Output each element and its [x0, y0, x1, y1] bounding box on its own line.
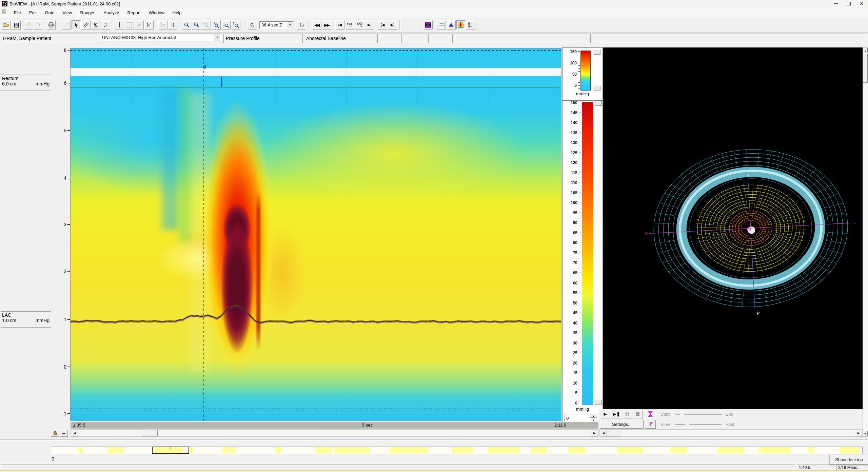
scale-max-handle[interactable] — [594, 101, 602, 106]
video-view-button[interactable] — [423, 20, 433, 29]
speed-slider[interactable] — [675, 424, 722, 425]
next-event-button[interactable]: ▶i — [365, 20, 374, 29]
settings-button[interactable]: Settings... — [600, 420, 644, 429]
menu-item-report[interactable]: Report — [123, 9, 145, 17]
measurement-segment[interactable] — [334, 447, 370, 453]
measure-tool-button[interactable] — [81, 20, 91, 29]
speed-slider-thumb[interactable] — [685, 421, 689, 428]
measurement-segment[interactable] — [452, 447, 473, 453]
measurement-segment[interactable] — [390, 447, 428, 453]
view-window-rect[interactable] — [152, 447, 189, 454]
scroll-left-button[interactable]: ◀ — [71, 430, 78, 436]
measurement-segment[interactable] — [758, 447, 790, 453]
hourglass-icon-button[interactable] — [645, 410, 656, 418]
measurement-segment[interactable] — [488, 447, 520, 453]
scroll-thumb[interactable] — [142, 430, 158, 436]
interval-measure-button[interactable] — [144, 20, 154, 29]
measurement-segment[interactable] — [531, 447, 547, 453]
menu-item-window[interactable]: Window — [145, 9, 169, 17]
measurement-segment[interactable] — [316, 447, 332, 453]
measurement-segment[interactable] — [568, 447, 585, 453]
measurement-segment[interactable] — [222, 447, 236, 453]
review-marks-button[interactable] — [345, 20, 354, 29]
marker-nav-button[interactable]: ◂▸ — [60, 429, 68, 437]
scroll-up-button[interactable]: ▲ — [863, 48, 868, 53]
protocol-dropdown[interactable]: UNI-ANO-M0138: High Res Anorectal ▼ — [100, 34, 222, 41]
lock-icon-button[interactable] — [51, 429, 59, 437]
panel3d-h-scrollbar[interactable]: ◀ ▶ — [599, 429, 863, 437]
chevron-down-icon[interactable]: ▼ — [287, 22, 293, 28]
measurement-segment[interactable] — [108, 447, 124, 453]
menu-item-edit[interactable]: Edit — [25, 9, 41, 17]
menu-item-view[interactable]: View — [59, 9, 76, 17]
scroll-thumb[interactable] — [608, 430, 621, 436]
vertical-marker-button[interactable] — [115, 20, 124, 29]
measurement-segment[interactable] — [808, 447, 814, 453]
range-end-button[interactable]: ▶] — [388, 20, 397, 29]
maximize-button[interactable] — [842, 0, 855, 7]
zoom-100-button[interactable] — [192, 20, 201, 29]
print-button[interactable] — [46, 20, 56, 29]
scroll-right-button[interactable]: ▶ — [591, 430, 598, 436]
zoom-undo-button[interactable] — [202, 20, 211, 29]
scale-lock-button[interactable] — [158, 20, 167, 29]
scroll-down-button[interactable]: ▼ — [863, 431, 868, 436]
time-scale-dropdown[interactable]: 36.4 sec Z ▼ — [259, 21, 293, 29]
range-start-button[interactable]: [◀ — [378, 20, 387, 29]
review-goto-button[interactable] — [355, 20, 364, 29]
position-slider-thumb[interactable] — [680, 411, 684, 418]
scale-adjust-button[interactable] — [168, 20, 177, 29]
region-select-button[interactable] — [125, 20, 134, 29]
redo-button[interactable]: ↷ — [34, 20, 43, 29]
layout-view-button[interactable] — [466, 20, 475, 29]
zoom-vertical-button[interactable] — [221, 20, 231, 29]
pressure-contour-plot[interactable]: Sq — [71, 48, 561, 421]
measurement-track-bar[interactable] — [51, 447, 863, 454]
measurement-segment[interactable] — [78, 447, 82, 453]
v-scrollbar[interactable]: ▲ ▼ — [863, 47, 868, 437]
rewind-button[interactable]: ◀◀ — [312, 20, 321, 29]
save-button[interactable] — [12, 20, 21, 29]
spin-up-button[interactable]: ▲ — [590, 414, 597, 418]
measurement-segment[interactable] — [670, 447, 687, 453]
play-to-end-button[interactable]: ▶▐ — [611, 410, 621, 418]
measurement-segment[interactable] — [840, 447, 860, 453]
undo-button[interactable]: ↶ — [24, 20, 33, 29]
zoom-horizontal-button[interactable] — [212, 20, 221, 29]
play-button[interactable]: ▶ — [600, 410, 610, 418]
measurement-segment[interactable] — [276, 447, 282, 453]
zoom-button[interactable] — [182, 20, 191, 29]
trends-view-button[interactable] — [437, 20, 446, 29]
measurement-segment[interactable] — [617, 447, 643, 453]
measurement-segment[interactable] — [717, 447, 745, 453]
menu-item-goto[interactable]: Goto — [41, 9, 58, 17]
reset-view-button[interactable] — [247, 20, 256, 29]
scale-min-input[interactable]: 0 — [565, 414, 589, 422]
zoom-region-button[interactable] — [231, 20, 240, 29]
pointer-tool-button[interactable] — [72, 20, 81, 29]
hatch-region-button[interactable] — [135, 20, 144, 29]
time-reset-button[interactable] — [297, 20, 306, 29]
scale-max-handle[interactable] — [592, 50, 600, 55]
scroll-thumb[interactable] — [863, 54, 868, 83]
pause-button[interactable] — [622, 410, 632, 418]
prev-event-button[interactable]: i◀ — [335, 20, 344, 29]
scroll-right-button[interactable]: ▶ — [855, 430, 862, 436]
menu-item-file[interactable]: File — [10, 9, 25, 17]
measurement-segment[interactable] — [190, 447, 193, 453]
analysis-tool-button[interactable] — [91, 20, 100, 29]
chevron-down-icon[interactable]: ▼ — [214, 34, 220, 41]
trace-tool-button[interactable] — [62, 20, 71, 29]
menu-item-help[interactable]: Help — [169, 9, 186, 17]
sphincter-3d-view[interactable]: APRL — [603, 47, 863, 409]
forward-button[interactable]: ▶▶ — [322, 20, 331, 29]
rotate-icon-button[interactable] — [645, 420, 656, 429]
profile-view-button[interactable] — [447, 20, 456, 29]
heatmap-h-scrollbar[interactable]: ◀ ▶ — [71, 429, 598, 437]
close-button[interactable]: × — [855, 0, 868, 7]
scale-min-handle[interactable] — [594, 400, 602, 405]
scroll-left-button[interactable]: ◀ — [600, 430, 607, 436]
contour-view-button[interactable] — [456, 20, 466, 29]
settings-list-button[interactable] — [101, 20, 110, 29]
open-button[interactable] — [2, 20, 11, 29]
